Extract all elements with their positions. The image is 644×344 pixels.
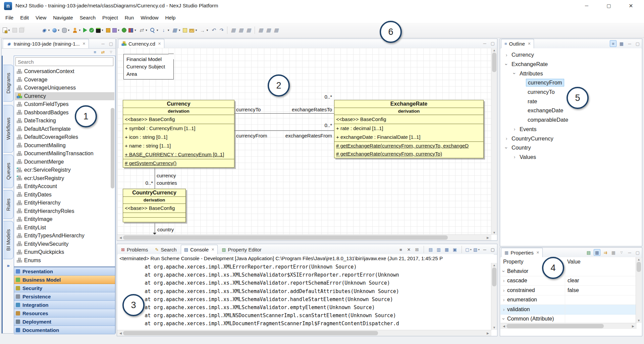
menu-item[interactable]: Window: [137, 13, 162, 22]
package-icon[interactable]: ▼: [105, 27, 111, 34]
tree-chevron-icon[interactable]: ›: [503, 52, 510, 58]
tree-chevron-icon[interactable]: ›: [511, 154, 518, 160]
component-icon[interactable]: ▼: [128, 27, 137, 34]
close-icon[interactable]: ✕: [211, 247, 214, 252]
menu-item[interactable]: Help: [162, 13, 179, 22]
display-selected-console-icon[interactable]: ▢▼: [466, 246, 472, 252]
list-item[interactable]: Coverage: [15, 76, 114, 84]
association-currencyTo[interactable]: [234, 113, 334, 114]
maximize-view-icon[interactable]: ▢: [108, 41, 114, 47]
minimize-view-icon[interactable]: ─: [627, 41, 633, 47]
list-item[interactable]: DateTracking: [15, 117, 114, 125]
list-item[interactable]: CustomFieldTypes: [15, 100, 114, 109]
dropdown-arrow-icon[interactable]: ▼: [178, 29, 181, 32]
validate-icon[interactable]: ▼: [89, 27, 95, 34]
role-label[interactable]: countries: [157, 180, 177, 186]
outline-tree-item[interactable]: › ExchangeRate: [500, 60, 642, 69]
run-configuration-icon[interactable]: ◉ ▼: [41, 26, 51, 34]
dropdown-arrow-icon[interactable]: ▼: [167, 29, 170, 32]
minimize-view-icon[interactable]: ─: [627, 249, 633, 255]
dropdown-arrow-icon[interactable]: ▼: [195, 29, 198, 32]
open-console-icon[interactable]: ▧▼: [474, 246, 480, 252]
dropdown-arrow-icon[interactable]: ▼: [101, 29, 104, 32]
forward-icon[interactable]: → ▼: [199, 26, 209, 34]
role-label[interactable]: currency: [157, 173, 176, 178]
property-row[interactable]: › Behavior: [500, 267, 636, 276]
tree-chevron-icon[interactable]: ›: [500, 288, 507, 293]
dropdown-arrow-icon[interactable]: ▼: [156, 29, 159, 32]
close-icon[interactable]: ✕: [83, 42, 86, 46]
remove-all-launches-icon[interactable]: ⊠▼: [414, 246, 420, 252]
class-attribute[interactable]: + name : string [1..1]: [123, 141, 234, 150]
save-icon[interactable]: ▼: [12, 27, 18, 34]
tree-chevron-icon[interactable]: ›: [501, 316, 506, 322]
role-label[interactable]: exchangeRatesTo: [270, 107, 332, 112]
tree-view-icon[interactable]: ≡: [610, 40, 616, 47]
layer-section[interactable]: Resources: [14, 309, 115, 318]
class-attribute[interactable]: + rate : decimal [1..1]: [334, 124, 483, 133]
list-item[interactable]: DefaultCoverageRoles: [15, 133, 114, 141]
layer-section[interactable]: Deployment: [14, 318, 115, 326]
tree-chevron-icon[interactable]: ›: [512, 70, 517, 77]
list-item[interactable]: DocumentMailingTransaction: [15, 150, 114, 158]
property-row[interactable]: › enumeration: [500, 295, 636, 305]
outline-tree-item[interactable]: › Attributes: [500, 69, 642, 78]
search-input[interactable]: [15, 57, 113, 66]
list-item[interactable]: ecr:ServiceRegistry: [15, 166, 114, 174]
outline-tree-item[interactable]: › CountryCurrency: [500, 134, 642, 143]
layout-vertical-icon[interactable]: ▦ ▼: [245, 26, 252, 34]
class-operation[interactable]: # getSystemCurrency(): [123, 159, 234, 167]
class-operation[interactable]: # getExchangeRate(currencyFrom, currency…: [334, 142, 483, 150]
restore-default-icon[interactable]: ▦: [610, 249, 616, 255]
list-item[interactable]: EntityHierarchyRoles: [15, 207, 114, 216]
bottom-view-tab[interactable]: ⊠ Problems ✕: [118, 245, 151, 254]
outline-tree-item[interactable]: › Country: [500, 143, 642, 153]
layer-tab[interactable]: Queues: [3, 155, 13, 188]
properties-vertical-scrollbar[interactable]: ▲ ▼: [636, 257, 642, 323]
tree-chevron-icon[interactable]: ›: [501, 268, 506, 275]
menu-item[interactable]: Run: [121, 13, 138, 22]
list-item[interactable]: EntityAccount: [15, 182, 114, 191]
maximize-window-button[interactable]: ▢: [601, 0, 616, 11]
save-all-icon[interactable]: ▼: [18, 27, 24, 34]
console-horizontal-scrollbar[interactable]: ◀ ▶: [117, 330, 491, 336]
console-vertical-scrollbar[interactable]: ▲ ▼: [491, 263, 497, 330]
list-scrollbar-thumb[interactable]: [111, 108, 114, 188]
role-label[interactable]: country: [157, 227, 174, 232]
view-menu-icon[interactable]: ▽: [619, 249, 625, 255]
role-label[interactable]: exchangeRatesFrom: [270, 133, 332, 138]
list-item[interactable]: DocumentMailing: [15, 141, 114, 150]
class-attribute[interactable]: + symbol : CurrencyEnum [1..1]: [123, 124, 234, 133]
bottom-view-tab[interactable]: ✎ Search ✕: [152, 245, 179, 254]
user-tool-icon[interactable]: ▼: [71, 26, 82, 34]
dropdown-arrow-icon[interactable]: ▼: [134, 29, 137, 32]
bottom-view-tab[interactable]: ▨ Property Editor ✕: [219, 245, 264, 254]
dropdown-arrow-icon[interactable]: ▼: [8, 29, 10, 32]
outline-tree-item[interactable]: › Events: [500, 125, 642, 134]
list-item[interactable]: DefaultActTemplate: [15, 125, 114, 133]
close-window-button[interactable]: ✕: [623, 0, 639, 11]
table-view-icon[interactable]: ▦: [619, 41, 625, 47]
close-icon[interactable]: ✕: [536, 250, 539, 255]
dropdown-arrow-icon[interactable]: ▼: [117, 29, 120, 32]
list-item[interactable]: EntityImage: [15, 215, 114, 224]
maximize-view-icon[interactable]: ▢: [635, 249, 641, 255]
property-row[interactable]: › constrained false: [500, 286, 636, 295]
association-currencyFrom[interactable]: [234, 130, 334, 131]
dropdown-arrow-icon[interactable]: ▼: [67, 29, 70, 32]
pin-property-icon[interactable]: ▤: [586, 249, 592, 255]
maximize-icon[interactable]: ▢▼: [490, 246, 496, 252]
property-row[interactable]: › validation: [500, 305, 636, 314]
dropdown-arrow-icon[interactable]: ▼: [145, 29, 148, 32]
new-wizard-icon[interactable]: ▼: [2, 26, 11, 34]
outline-tab[interactable]: ≡ Outline ✕: [501, 39, 534, 48]
scheme-console-icon[interactable]: ▼: [95, 27, 105, 34]
class-exchange-rate[interactable]: ExchangeRate derivation <<base>> BaseCon…: [334, 100, 484, 158]
outline-tree-item[interactable]: › currencyFrom: [500, 78, 642, 88]
view-menu-icon[interactable]: ▽: [108, 49, 114, 55]
dropdown-arrow-icon[interactable]: ▼: [78, 29, 81, 32]
role-label[interactable]: currencyTo: [236, 107, 261, 112]
open-resource-icon[interactable]: ▼: [189, 27, 198, 34]
menu-item[interactable]: Search: [76, 13, 99, 22]
list-item[interactable]: DocumentMerge: [15, 158, 114, 166]
